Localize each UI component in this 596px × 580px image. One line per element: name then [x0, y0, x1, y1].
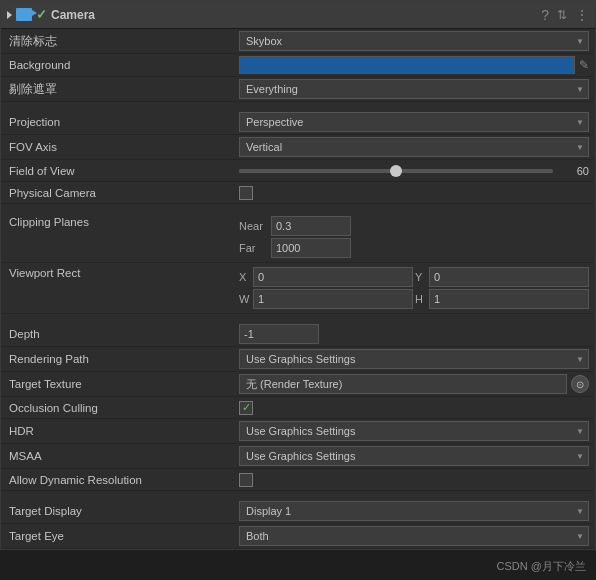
y-input[interactable] [429, 267, 589, 287]
clear-flags-value: Skybox ▼ [239, 31, 589, 51]
fov-axis-label: FOV Axis [9, 141, 239, 153]
fov-value: 60 [239, 165, 589, 177]
fov-axis-dropdown[interactable]: Vertical ▼ [239, 137, 589, 157]
target-texture-pick-btn[interactable]: ⊙ [571, 375, 589, 393]
x-cell: X [239, 267, 413, 287]
separator-2 [1, 204, 595, 212]
depth-value [239, 324, 589, 344]
dropdown-arrow: ▼ [576, 118, 584, 127]
near-label: Near [239, 220, 267, 232]
fov-axis-row: FOV Axis Vertical ▼ [1, 135, 595, 160]
fov-label: Field of View [9, 165, 239, 177]
header-actions: ? ⇅ ⋮ [541, 7, 589, 23]
clear-flags-row: 清除标志 Skybox ▼ [1, 29, 595, 54]
projection-value: Perspective ▼ [239, 112, 589, 132]
projection-dropdown[interactable]: Perspective ▼ [239, 112, 589, 132]
far-input[interactable] [271, 238, 351, 258]
viewport-grid-top: X Y [239, 267, 589, 287]
edit-icon[interactable]: ✎ [579, 58, 589, 72]
culling-mask-dropdown[interactable]: Everything ▼ [239, 79, 589, 99]
target-texture-label: Target Texture [9, 378, 239, 390]
physical-camera-row: Physical Camera [1, 182, 595, 204]
fov-axis-value: Vertical ▼ [239, 137, 589, 157]
culling-mask-row: 剔除遮罩 Everything ▼ [1, 77, 595, 102]
rendering-path-row: Rendering Path Use Graphics Settings ▼ [1, 347, 595, 372]
menu-icon[interactable]: ⋮ [575, 7, 589, 23]
allow-dynamic-row: Allow Dynamic Resolution [1, 469, 595, 491]
dropdown-arrow: ▼ [576, 427, 584, 436]
background-value: ✎ [239, 56, 589, 74]
h-input[interactable] [429, 289, 589, 309]
culling-mask-label: 剔除遮罩 [9, 82, 239, 97]
watermark: CSDN @月下冷兰 [497, 559, 586, 574]
depth-input[interactable] [239, 324, 319, 344]
msaa-row: MSAA Use Graphics Settings ▼ [1, 444, 595, 469]
dropdown-arrow: ▼ [576, 37, 584, 46]
target-eye-row: Target Eye Both ▼ [1, 524, 595, 549]
clipping-group: Near Far [239, 216, 589, 258]
background-color-field[interactable] [239, 56, 575, 74]
clipping-planes-label: Clipping Planes [9, 216, 239, 228]
projection-label: Projection [9, 116, 239, 128]
target-texture-value: 无 (Render Texture) ⊙ [239, 374, 589, 394]
x-label: X [239, 271, 251, 283]
msaa-value: Use Graphics Settings ▼ [239, 446, 589, 466]
h-label: H [415, 293, 427, 305]
camera-component-icon [16, 8, 32, 21]
dropdown-arrow: ▼ [576, 143, 584, 152]
fov-value-display: 60 [559, 165, 589, 177]
dropdown-arrow: ▼ [576, 85, 584, 94]
projection-row: Projection Perspective ▼ [1, 110, 595, 135]
dropdown-arrow: ▼ [576, 507, 584, 516]
far-row: Far [239, 238, 589, 258]
hdr-value: Use Graphics Settings ▼ [239, 421, 589, 441]
clipping-planes-value: Near Far [239, 216, 589, 258]
fov-row: Field of View 60 [1, 160, 595, 182]
collapse-icon[interactable] [7, 11, 12, 19]
rendering-path-value: Use Graphics Settings ▼ [239, 349, 589, 369]
help-icon[interactable]: ? [541, 7, 549, 23]
physical-camera-label: Physical Camera [9, 187, 239, 199]
near-row: Near [239, 216, 589, 236]
enabled-checkbox[interactable]: ✓ [36, 7, 47, 22]
physical-camera-value [239, 186, 589, 200]
viewport-rect-row: Viewport Rect X Y W [1, 263, 595, 314]
occlusion-culling-checkbox[interactable] [239, 401, 253, 415]
allow-dynamic-label: Allow Dynamic Resolution [9, 474, 239, 486]
target-texture-row: Target Texture 无 (Render Texture) ⊙ [1, 372, 595, 397]
allow-dynamic-value [239, 473, 589, 487]
near-input[interactable] [271, 216, 351, 236]
separator-3 [1, 314, 595, 322]
fov-slider-track[interactable] [239, 169, 553, 173]
fov-slider-container: 60 [239, 165, 589, 177]
clear-flags-dropdown[interactable]: Skybox ▼ [239, 31, 589, 51]
camera-panel: ✓ Camera ? ⇅ ⋮ 清除标志 Skybox ▼ Background … [0, 0, 596, 550]
msaa-dropdown[interactable]: Use Graphics Settings ▼ [239, 446, 589, 466]
depth-row: Depth [1, 322, 595, 347]
clear-flags-label: 清除标志 [9, 34, 239, 49]
background-row: Background ✎ [1, 54, 595, 77]
hdr-row: HDR Use Graphics Settings ▼ [1, 419, 595, 444]
texture-row: 无 (Render Texture) ⊙ [239, 374, 589, 394]
occlusion-culling-label: Occlusion Culling [9, 402, 239, 414]
x-input[interactable] [253, 267, 413, 287]
presets-icon[interactable]: ⇅ [557, 8, 567, 22]
w-input[interactable] [253, 289, 413, 309]
target-display-row: Target Display Display 1 ▼ [1, 499, 595, 524]
rendering-path-dropdown[interactable]: Use Graphics Settings ▼ [239, 349, 589, 369]
fov-slider-thumb[interactable] [390, 165, 402, 177]
h-cell: H [415, 289, 589, 309]
panel-header: ✓ Camera ? ⇅ ⋮ [1, 1, 595, 29]
msaa-label: MSAA [9, 450, 239, 462]
physical-camera-checkbox[interactable] [239, 186, 253, 200]
allow-dynamic-checkbox[interactable] [239, 473, 253, 487]
target-display-dropdown[interactable]: Display 1 ▼ [239, 501, 589, 521]
viewport-rect-value: X Y W H [239, 267, 589, 309]
clipping-planes-row: Clipping Planes Near Far [1, 212, 595, 263]
texture-field: 无 (Render Texture) [239, 374, 567, 394]
viewport-rect-label: Viewport Rect [9, 267, 239, 279]
hdr-dropdown[interactable]: Use Graphics Settings ▼ [239, 421, 589, 441]
culling-mask-value: Everything ▼ [239, 79, 589, 99]
target-eye-dropdown[interactable]: Both ▼ [239, 526, 589, 546]
y-cell: Y [415, 267, 589, 287]
